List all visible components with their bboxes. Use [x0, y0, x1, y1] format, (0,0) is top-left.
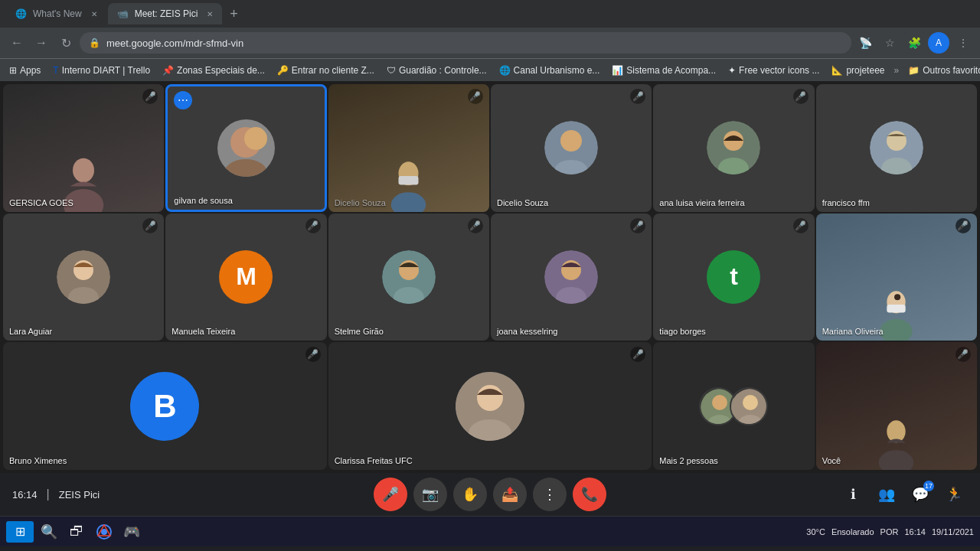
- tile-mariana[interactable]: 🎤 Mariana Oliveira: [816, 214, 977, 341]
- bookmark-label: Interno DIART | Trello: [62, 65, 150, 76]
- mute-icon-mariana: 🎤: [956, 218, 971, 233]
- task-view[interactable]: 🗗: [64, 520, 89, 544]
- name-mariana: Mariana Oliveira: [822, 327, 884, 336]
- tile-francisco[interactable]: francisco ffm: [816, 84, 977, 212]
- name-stelme: Stelme Girão: [335, 327, 384, 336]
- svg-point-9: [560, 130, 582, 152]
- bottom-left: 16:14 | ZEIS Pici: [12, 487, 100, 501]
- svg-rect-6: [399, 176, 419, 184]
- tab-icon: 🌐: [15, 8, 27, 19]
- tab-whats-new[interactable]: 🌐 What's New ✕: [6, 3, 106, 24]
- tile-gilvan[interactable]: ⋯ gilvan de sousa: [165, 84, 326, 212]
- profile-icon[interactable]: A: [928, 32, 949, 54]
- tile-ana[interactable]: 🎤 ana luisa vieira ferreira: [653, 84, 814, 212]
- more-options-button[interactable]: ⋮: [533, 478, 567, 511]
- bookmark-zonas[interactable]: 📌 Zonas Especiais de...: [159, 64, 268, 77]
- bottom-right: ℹ 👥 💬 17 🏃: [839, 481, 968, 508]
- meet-time: 16:14: [12, 489, 38, 500]
- freevector-icon: ✦: [728, 65, 736, 76]
- zonas-icon: 📌: [162, 65, 174, 76]
- bookmark-interno[interactable]: T Interno DIART | Trello: [50, 64, 153, 77]
- bookmark-icon[interactable]: ☆: [879, 32, 900, 54]
- tile-dicelio[interactable]: 🎤 Dicelio Souza: [491, 84, 652, 212]
- tile-lara[interactable]: 🎤 Lara Aguiar: [3, 214, 164, 341]
- tab-meet[interactable]: 📹 Meet: ZEIS Pici ✕: [108, 3, 223, 24]
- tab-icon: 📹: [117, 8, 129, 19]
- bookmark-projeteee[interactable]: 📐 projeteee: [828, 64, 887, 77]
- chat-button[interactable]: 💬 17: [906, 481, 934, 508]
- name-bruno: Bruno Ximenes: [9, 456, 67, 465]
- search-taskbar[interactable]: 🔍: [37, 520, 61, 544]
- name-manuela: Manuela Teixeira: [172, 327, 235, 336]
- start-button[interactable]: ⊞: [6, 521, 34, 543]
- bookmark-canal[interactable]: 🌐 Canal Urbanismo e...: [496, 64, 603, 77]
- projeteee-icon: 📐: [831, 65, 843, 76]
- tile-voce[interactable]: 🎤 Você: [816, 342, 977, 470]
- name-mais: Mais 2 pessoas: [659, 456, 717, 465]
- bookmark-entrar[interactable]: 🔑 Entrar no cliente Z...: [274, 64, 377, 77]
- address-bar[interactable]: 🔒 meet.google.com/mdr-sfmd-vin: [80, 32, 851, 54]
- bookmark-outros[interactable]: 📁 Outros favoritos: [905, 64, 980, 77]
- svg-point-40: [879, 450, 914, 470]
- bookmark-apps[interactable]: ⊞ Apps: [6, 64, 44, 77]
- bookmark-guardiao[interactable]: 🛡 Guardião : Controle...: [384, 64, 490, 77]
- camera-button[interactable]: 📷: [413, 478, 447, 511]
- lock-icon: 🔒: [89, 37, 100, 48]
- cast-icon[interactable]: 📡: [854, 32, 876, 54]
- extensions-icon[interactable]: 🧩: [903, 32, 925, 54]
- tab-label: Meet: ZEIS Pici: [135, 8, 198, 19]
- guardiao-icon: 🛡: [387, 65, 396, 76]
- chrome-taskbar[interactable]: [92, 520, 116, 544]
- tile-bruno[interactable]: 🎤 B Bruno Ximenes: [3, 342, 327, 470]
- activities-button[interactable]: 🏃: [940, 481, 968, 508]
- nav-bar: ← → ↻ 🔒 meet.google.com/mdr-sfmd-vin 📡 ☆…: [0, 28, 980, 58]
- forward-button[interactable]: →: [31, 32, 52, 54]
- end-call-button[interactable]: 📞: [573, 478, 606, 511]
- more-button-gilvan[interactable]: ⋯: [174, 91, 192, 109]
- tab-close[interactable]: ✕: [207, 10, 213, 18]
- mute-icon-joana: 🎤: [630, 218, 645, 233]
- bookmark-label: Guardião : Controle...: [399, 65, 487, 76]
- hand-button[interactable]: ✋: [453, 478, 487, 511]
- name-gilvan: gilvan de sousa: [174, 196, 232, 205]
- taskbar: ⊞ 🔍 🗗 🎮 30°C Ensolarado POR 16:14 19/11/…: [0, 516, 980, 546]
- tile-manuela[interactable]: 🎤 M Manuela Teixeira: [165, 214, 326, 341]
- mute-icon-dicelio: 🎤: [630, 89, 645, 104]
- more-bookmarks[interactable]: »: [893, 65, 899, 76]
- name-dicelio: Dicelio Souza: [497, 198, 548, 207]
- tile-mais[interactable]: Mais 2 pessoas: [653, 342, 814, 470]
- bookmark-label: Zonas Especiais de...: [177, 65, 265, 76]
- svg-point-7: [391, 192, 426, 212]
- bookmark-sistema[interactable]: 📊 Sistema de Acompa...: [609, 64, 719, 77]
- people-button[interactable]: 👥: [873, 481, 900, 508]
- svg-point-37: [743, 395, 758, 410]
- tile-joana[interactable]: 🎤 joana kesselring: [491, 214, 652, 341]
- present-button[interactable]: 📤: [493, 478, 527, 511]
- chat-badge: 17: [923, 481, 934, 491]
- info-button[interactable]: ℹ: [839, 481, 867, 508]
- tile-gersica[interactable]: 🎤 GERSICA GOES: [3, 84, 164, 212]
- menu-icon[interactable]: ⋮: [952, 32, 974, 54]
- tab-close[interactable]: ✕: [91, 10, 97, 18]
- mute-icon-dicelio-video: 🎤: [468, 89, 483, 104]
- svg-rect-27: [887, 305, 906, 313]
- mute-button[interactable]: 🎤: [374, 478, 407, 511]
- bookmark-label: projeteee: [846, 65, 884, 76]
- mute-icon-clarissa: 🎤: [630, 347, 645, 362]
- back-button[interactable]: ←: [6, 32, 28, 54]
- entrar-icon: 🔑: [277, 65, 289, 76]
- video-grid: 🎤 GERSICA GOES ⋯ gilvan de sousa: [0, 81, 980, 473]
- tile-clarissa[interactable]: 🎤 Clarissa Freitas UFC: [328, 342, 652, 470]
- sistema-icon: 📊: [612, 65, 623, 76]
- bottom-bar: 16:14 | ZEIS Pici 🎤 📷 ✋ 📤 ⋮ 📞 ℹ 👥 💬 17 🏃: [0, 473, 980, 516]
- new-tab-button[interactable]: +: [224, 6, 244, 22]
- tile-tiago[interactable]: 🎤 t tiago borges: [653, 214, 814, 341]
- tile-stelme[interactable]: 🎤 Stelme Girão: [328, 214, 489, 341]
- steam-taskbar[interactable]: 🎮: [119, 520, 144, 544]
- bookmark-freevector[interactable]: ✦ Free vector icons ...: [725, 64, 822, 77]
- taskbar-right: 30°C Ensolarado POR 16:14 19/11/2021: [806, 527, 974, 536]
- tile-dicelio-video[interactable]: 🎤 Dicelio Souza: [328, 84, 489, 212]
- name-clarissa: Clarissa Freitas UFC: [335, 456, 413, 465]
- reload-button[interactable]: ↻: [55, 32, 77, 54]
- name-voce: Você: [822, 456, 841, 465]
